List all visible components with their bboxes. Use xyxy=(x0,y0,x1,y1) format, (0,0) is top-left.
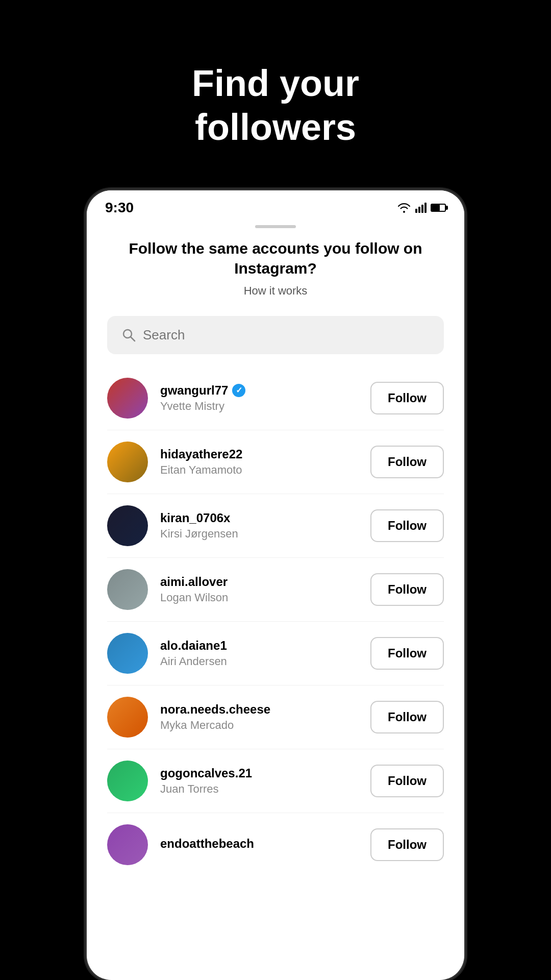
search-input[interactable] xyxy=(143,327,430,343)
username: hidayathere22 xyxy=(160,447,242,461)
user-info: kiran_0706xKirsi Jørgensen xyxy=(160,511,370,541)
user-info: gwangurl77✓Yvette Mistry xyxy=(160,383,370,413)
wifi-icon xyxy=(397,203,411,213)
follow-button[interactable]: Follow xyxy=(370,828,444,861)
user-item: hidayathere22Eitan YamamotoFollow xyxy=(107,430,444,494)
svg-rect-3 xyxy=(424,203,427,213)
avatar xyxy=(107,378,148,419)
signal-icon xyxy=(415,203,427,213)
avatar xyxy=(107,761,148,801)
follow-button[interactable]: Follow xyxy=(370,382,444,414)
hero-title: Find your followers xyxy=(192,61,359,150)
username: kiran_0706x xyxy=(160,511,230,525)
sheet-title: Follow the same accounts you follow on I… xyxy=(107,238,444,278)
search-bar[interactable] xyxy=(107,316,444,354)
user-item: aimi.alloverLogan WilsonFollow xyxy=(107,558,444,622)
status-time: 9:30 xyxy=(105,200,134,216)
display-name: Eitan Yamamoto xyxy=(160,463,370,477)
follow-button[interactable]: Follow xyxy=(370,765,444,797)
username: gogoncalves.21 xyxy=(160,766,252,780)
how-it-works-link[interactable]: How it works xyxy=(107,284,444,298)
verified-badge-icon: ✓ xyxy=(232,384,245,397)
user-item: kiran_0706xKirsi JørgensenFollow xyxy=(107,494,444,558)
display-name: Logan Wilson xyxy=(160,591,370,604)
status-bar: 9:30 xyxy=(87,190,464,221)
avatar xyxy=(107,697,148,738)
svg-rect-1 xyxy=(418,207,420,213)
username: gwangurl77 xyxy=(160,383,228,398)
user-list: gwangurl77✓Yvette MistryFollowhidayather… xyxy=(107,366,444,870)
display-name: Yvette Mistry xyxy=(160,400,370,413)
avatar xyxy=(107,569,148,610)
user-info: alo.daiane1Airi Andersen xyxy=(160,639,370,668)
user-info: gogoncalves.21Juan Torres xyxy=(160,766,370,796)
user-info: aimi.alloverLogan Wilson xyxy=(160,575,370,604)
drag-handle xyxy=(255,225,296,228)
follow-button[interactable]: Follow xyxy=(370,446,444,478)
user-item: nora.needs.cheeseMyka MercadoFollow xyxy=(107,685,444,749)
follow-button[interactable]: Follow xyxy=(370,509,444,542)
display-name: Juan Torres xyxy=(160,782,370,796)
user-info: nora.needs.cheeseMyka Mercado xyxy=(160,702,370,732)
sheet-content: Follow the same accounts you follow on I… xyxy=(87,238,464,891)
username: aimi.allover xyxy=(160,575,228,589)
battery-icon xyxy=(431,204,446,212)
display-name: Myka Mercado xyxy=(160,719,370,732)
svg-line-5 xyxy=(131,337,135,341)
phone-frame: 9:30 Follow the same account xyxy=(87,190,464,980)
follow-button[interactable]: Follow xyxy=(370,637,444,670)
user-item: endoatthebeachFollow xyxy=(107,813,444,870)
search-icon xyxy=(121,328,136,342)
avatar xyxy=(107,633,148,674)
user-info: hidayathere22Eitan Yamamoto xyxy=(160,447,370,477)
display-name: Kirsi Jørgensen xyxy=(160,527,370,541)
username: endoatthebeach xyxy=(160,837,254,851)
follow-button[interactable]: Follow xyxy=(370,701,444,733)
svg-rect-2 xyxy=(421,205,423,213)
user-info: endoatthebeach xyxy=(160,837,370,853)
svg-rect-0 xyxy=(415,209,417,213)
avatar xyxy=(107,824,148,865)
follow-button[interactable]: Follow xyxy=(370,573,444,606)
username: alo.daiane1 xyxy=(160,639,227,653)
avatar xyxy=(107,442,148,482)
user-item: gwangurl77✓Yvette MistryFollow xyxy=(107,366,444,430)
username: nora.needs.cheese xyxy=(160,702,270,717)
user-item: gogoncalves.21Juan TorresFollow xyxy=(107,749,444,813)
avatar xyxy=(107,505,148,546)
status-icons xyxy=(397,203,446,213)
display-name: Airi Andersen xyxy=(160,655,370,668)
user-item: alo.daiane1Airi AndersenFollow xyxy=(107,622,444,685)
